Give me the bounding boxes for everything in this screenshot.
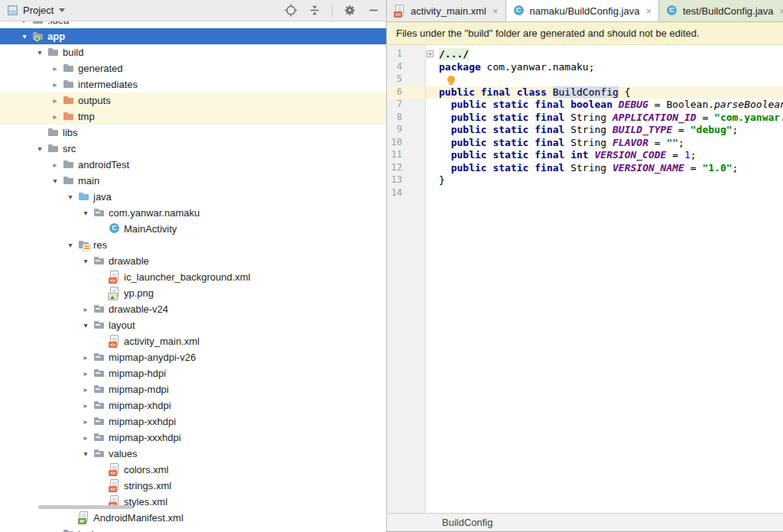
fold-marker-icon[interactable]: +	[427, 50, 434, 57]
chevron-collapsed-icon[interactable]: ▸	[78, 381, 93, 397]
hide-panel-icon[interactable]	[367, 4, 380, 17]
line-number[interactable]: 12	[387, 162, 425, 175]
tree-item-strings-xml[interactable]: <>strings.xml	[0, 478, 386, 494]
code-line-10[interactable]: public static final String FLAVOR = "";	[426, 137, 783, 150]
close-tab-icon[interactable]: ×	[779, 5, 783, 17]
line-number[interactable]: 4	[387, 61, 425, 74]
tree-item-yp-png[interactable]: yp.png	[0, 285, 386, 301]
chevron-down-icon[interactable]	[59, 8, 65, 12]
tree-item-test[interactable]: ▸test	[0, 526, 386, 532]
chevron-expanded-icon[interactable]: ▾	[47, 173, 63, 189]
code-line-8[interactable]: public static final String APPLICATION_I…	[426, 112, 783, 125]
tree-item-values[interactable]: ▾values	[0, 446, 386, 462]
code-line-13[interactable]: }	[426, 174, 783, 187]
tree-item-mipmap-xxhdpi[interactable]: ▸mipmap-xxhdpi	[0, 414, 386, 430]
line-number[interactable]: 8	[387, 112, 425, 125]
line-number[interactable]: 7	[387, 99, 425, 112]
line-number[interactable]: 14	[387, 187, 425, 200]
tree-item-ic-launcher-background-xml[interactable]: <>ic_launcher_background.xml	[0, 269, 386, 285]
code-line-11[interactable]: public static final int VERSION_CODE = 1…	[426, 149, 783, 162]
tree-item-mipmap-xxxhdpi[interactable]: ▸mipmap-xxxhdpi	[0, 430, 386, 446]
chevron-collapsed-icon[interactable]: ▸	[78, 365, 93, 381]
code-line-14[interactable]	[426, 187, 783, 200]
chevron-collapsed-icon[interactable]: ▸	[78, 397, 93, 414]
chevron-expanded-icon[interactable]: ▾	[78, 446, 93, 462]
tree-item-src[interactable]: ▾src	[0, 141, 386, 157]
code-token	[439, 124, 451, 135]
tree-item-label: colors.xml	[124, 464, 169, 475]
chevron-collapsed-icon[interactable]: ▸	[17, 21, 32, 28]
tree-item-build[interactable]: ▾build	[0, 44, 386, 60]
chevron-expanded-icon[interactable]: ▾	[63, 189, 78, 205]
code-line-1[interactable]: +/.../	[426, 48, 783, 61]
tree-item-drawable[interactable]: ▾drawable	[0, 253, 386, 269]
tree-item-main[interactable]: ▾main	[0, 173, 386, 189]
tree-item-layout[interactable]: ▾layout	[0, 317, 386, 333]
chevron-collapsed-icon[interactable]: ▸	[78, 349, 93, 365]
chevron-expanded-icon[interactable]: ▾	[78, 205, 93, 221]
tree-item-mipmap-mdpi[interactable]: ▸mipmap-mdpi	[0, 381, 386, 397]
code-line-9[interactable]: public static final String BUILD_TYPE = …	[426, 124, 783, 137]
code-line-7[interactable]: public static final boolean DEBUG = Bool…	[426, 99, 783, 112]
tree-item-intermediates[interactable]: ▸intermediates	[0, 76, 386, 92]
chevron-expanded-icon[interactable]: ▾	[78, 317, 93, 333]
tree-item-app[interactable]: ▾app	[0, 28, 386, 44]
line-number[interactable]: 6	[387, 86, 425, 99]
locate-icon[interactable]	[284, 4, 297, 17]
chevron-collapsed-icon[interactable]: ▸	[47, 157, 63, 173]
settings-gear-icon[interactable]	[343, 4, 356, 17]
code-line-6[interactable]: public final class BuildConfig {	[426, 86, 783, 99]
chevron-collapsed-icon[interactable]: ▸	[78, 430, 93, 446]
chevron-collapsed-icon[interactable]: ▸	[47, 109, 63, 125]
intention-bulb-icon[interactable]	[447, 76, 456, 85]
code-line-12[interactable]: public static final String VERSION_NAME …	[426, 162, 783, 175]
tree-item-mipmap-hdpi[interactable]: ▸mipmap-hdpi	[0, 365, 386, 381]
tree-item-java[interactable]: ▾java	[0, 189, 386, 205]
line-number[interactable]: 10	[387, 137, 425, 150]
line-number[interactable]: 13	[387, 174, 425, 187]
tree-item-mipmap-xhdpi[interactable]: ▸mipmap-xhdpi	[0, 397, 386, 414]
chevron-expanded-icon[interactable]: ▾	[78, 253, 93, 269]
code-area[interactable]: +/.../package com.yanwar.namaku;public f…	[426, 45, 783, 513]
tree-item-androidtest[interactable]: ▸androidTest	[0, 157, 386, 173]
line-number[interactable]: 1	[387, 48, 425, 61]
tree-item-activity-main-xml[interactable]: <>activity_main.xml	[0, 333, 386, 349]
editor-tab-activity-main-xml[interactable]: <>activity_main.xml×	[387, 0, 506, 21]
code-line-4[interactable]: package com.yanwar.namaku;	[426, 61, 783, 74]
collapse-all-icon[interactable]	[308, 4, 321, 17]
breadcrumb[interactable]: BuildConfig	[442, 517, 493, 528]
project-panel-title[interactable]: Project	[23, 5, 54, 16]
tree-item-generated[interactable]: ▸generated	[0, 60, 386, 76]
chevron-collapsed-icon[interactable]: ▸	[47, 526, 63, 532]
tree-item-colors-xml[interactable]: <>colors.xml	[0, 462, 386, 478]
editor-tab-namaku-buildconfig-java[interactable]: Cnamaku/BuildConfig.java×	[506, 0, 659, 21]
tree-item-mainactivity[interactable]: CMainActivity	[0, 221, 386, 237]
chevron-expanded-icon[interactable]: ▾	[63, 237, 78, 253]
tree-horizontal-scrollbar[interactable]	[38, 505, 132, 509]
chevron-collapsed-icon[interactable]: ▸	[47, 60, 63, 76]
tree-item-libs[interactable]: libs	[0, 125, 386, 141]
code-line-5[interactable]	[426, 73, 783, 86]
tree-item-outputs[interactable]: ▸outputs	[0, 92, 386, 109]
tree-item-res[interactable]: ▾res	[0, 237, 386, 253]
chevron-expanded-icon[interactable]: ▾	[17, 28, 32, 44]
line-number[interactable]: 9	[387, 124, 425, 137]
tree-item-mipmap-anydpi-v26[interactable]: ▸mipmap-anydpi-v26	[0, 349, 386, 365]
line-number[interactable]: 5	[387, 73, 425, 86]
tree-item-drawable-v24[interactable]: ▸drawable-v24	[0, 301, 386, 317]
tree-item-tmp[interactable]: ▸tmp	[0, 109, 386, 125]
line-number[interactable]: 11	[387, 149, 425, 162]
close-tab-icon[interactable]: ×	[492, 5, 499, 17]
chevron-collapsed-icon[interactable]: ▸	[47, 76, 63, 92]
chevron-expanded-icon[interactable]: ▾	[32, 44, 47, 60]
chevron-collapsed-icon[interactable]: ▸	[78, 414, 93, 430]
chevron-expanded-icon[interactable]: ▾	[32, 141, 47, 157]
chevron-collapsed-icon[interactable]: ▸	[78, 301, 93, 317]
chevron-collapsed-icon[interactable]: ▸	[47, 92, 63, 109]
editor-gutter[interactable]: 14567891011121314	[387, 45, 426, 513]
tree-item--idea[interactable]: ▸.idea	[0, 21, 386, 28]
tree-item-com-yanwar-namaku[interactable]: ▾com.yanwar.namaku	[0, 205, 386, 221]
tree-item-androidmanifest-xml[interactable]: MFAndroidManifest.xml	[0, 510, 386, 526]
editor-tab-test-buildconfig-java[interactable]: Ctest/BuildConfig.java×	[659, 0, 783, 21]
close-tab-icon[interactable]: ×	[645, 5, 651, 17]
